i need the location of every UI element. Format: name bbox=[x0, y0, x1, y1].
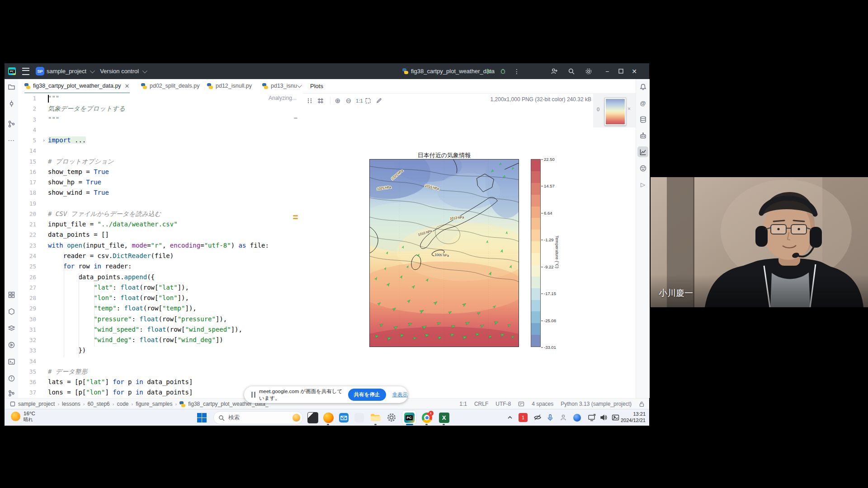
tab-pd02[interactable]: pd02_split_deals.py bbox=[141, 79, 200, 93]
code-line[interactable]: 23with open(input_file, mode="r", encodi… bbox=[18, 240, 303, 251]
tray-chevron-up[interactable] bbox=[505, 412, 515, 423]
code-line[interactable]: 32 "wind_deg": float(row["wind_deg"]) bbox=[18, 335, 303, 345]
start-button[interactable] bbox=[196, 412, 207, 423]
breadcrumb-item[interactable]: 60_step6 bbox=[87, 401, 109, 407]
python-interpreter[interactable]: Python 3.13 (sample_project) bbox=[561, 401, 632, 407]
taskbar-chrome[interactable]: k bbox=[421, 412, 432, 423]
commit-tool-icon[interactable] bbox=[6, 98, 17, 109]
code-with-me-button[interactable] bbox=[551, 68, 558, 75]
hide-banner-link[interactable]: 非表示 bbox=[392, 391, 408, 398]
line-ending[interactable]: CRLF bbox=[474, 401, 488, 407]
breadcrumb-item[interactable]: lessons bbox=[62, 401, 80, 407]
structure-tool-icon[interactable] bbox=[6, 118, 17, 129]
tray-cast-display[interactable] bbox=[586, 412, 597, 423]
tab-pd13[interactable]: pd13_isnu bbox=[262, 79, 297, 93]
plot-thumbnail[interactable] bbox=[604, 98, 626, 126]
scrollbar-mark[interactable] bbox=[294, 117, 297, 119]
code-line[interactable]: 21input_file = "../data/weather.csv" bbox=[18, 219, 303, 230]
project-tool-icon[interactable] bbox=[6, 81, 17, 92]
unlock-icon[interactable] bbox=[639, 401, 645, 407]
edit-pencil-icon[interactable] bbox=[376, 98, 387, 104]
code-line[interactable]: 14 bbox=[18, 145, 303, 156]
problems-tool-icon[interactable] bbox=[6, 373, 17, 384]
code-line[interactable]: 28 "lon": float(row["lon"]), bbox=[18, 293, 303, 303]
code-line[interactable]: 27 "lat": float(row["lat"]), bbox=[18, 282, 303, 293]
code-line[interactable]: 29 "temp": float(row["temp"]), bbox=[18, 303, 303, 314]
taskbar-weather-widget[interactable]: 16°C 晴れ bbox=[11, 411, 35, 422]
taskbar-search[interactable]: 検索 bbox=[213, 411, 303, 424]
build-tool-icon[interactable] bbox=[6, 289, 17, 300]
plots-panel-header[interactable]: Plots bbox=[303, 79, 636, 94]
breadcrumb-item[interactable]: figure_samples bbox=[136, 401, 172, 407]
run-button[interactable] bbox=[486, 68, 492, 75]
breadcrumb-item[interactable]: code bbox=[117, 401, 128, 407]
code-line[interactable]: 2気象データをプロットする bbox=[18, 103, 303, 114]
version-control-menu[interactable]: Version control bbox=[100, 68, 146, 75]
ai-chat-robot-icon[interactable] bbox=[637, 130, 648, 141]
zoom-actual-size-button[interactable]: 1:1 bbox=[354, 98, 365, 103]
code-line[interactable]: 22data_points = [] bbox=[18, 230, 303, 240]
code-line[interactable]: 24 reader = csv.DictReader(file) bbox=[18, 251, 303, 261]
run-tool-icon[interactable] bbox=[6, 339, 17, 350]
database-icon[interactable] bbox=[637, 114, 648, 125]
code-line[interactable]: 34 bbox=[18, 356, 303, 366]
more-actions-button[interactable]: ⋮ bbox=[514, 68, 520, 75]
indent-size[interactable]: 4 spaces bbox=[532, 401, 553, 407]
tray-photos[interactable] bbox=[610, 412, 621, 423]
thumbnail-close-icon[interactable]: × bbox=[627, 106, 631, 112]
search-everywhere-button[interactable] bbox=[568, 68, 575, 75]
tray-copilot[interactable] bbox=[571, 412, 582, 423]
scrollbar-change-mark[interactable] bbox=[293, 215, 298, 216]
vcs-tool-icon[interactable] bbox=[6, 388, 17, 399]
terminal-tool-icon[interactable] bbox=[6, 356, 17, 367]
close-tab-icon[interactable]: ✕ bbox=[125, 83, 130, 89]
code-line[interactable]: 18show_wind = True bbox=[18, 188, 303, 198]
run-anything-icon[interactable]: ▷ bbox=[637, 179, 648, 190]
notifications-bell-icon[interactable] bbox=[637, 81, 648, 92]
plots-tool-icon[interactable] bbox=[637, 146, 648, 157]
code-line[interactable]: 25 for row in reader: bbox=[18, 261, 303, 272]
code-line[interactable]: 19 bbox=[18, 198, 303, 209]
close-button[interactable]: ✕ bbox=[627, 63, 641, 79]
python-packages-tool-icon[interactable] bbox=[6, 323, 17, 333]
scrollbar-change-mark[interactable] bbox=[293, 218, 298, 219]
tray-calendar-badge[interactable]: 1 bbox=[518, 412, 528, 423]
crop-frame-icon[interactable] bbox=[317, 98, 328, 104]
assistant-face-icon[interactable] bbox=[637, 163, 648, 174]
breadcrumb[interactable]: sample_project›lessons›60_step6›code›fig… bbox=[10, 401, 269, 407]
code-line[interactable]: 1""" bbox=[18, 93, 303, 103]
code-line[interactable]: 35# データ整形 bbox=[18, 366, 303, 377]
code-line[interactable]: 33 }) bbox=[18, 345, 303, 356]
code-line[interactable]: 16show_temp = True bbox=[18, 167, 303, 177]
code-line[interactable]: 36lats = [p["lat"] for p in data_points] bbox=[18, 377, 303, 387]
hidden-tabs-chevron-icon[interactable] bbox=[297, 83, 302, 88]
taskbar-excel[interactable]: X bbox=[439, 412, 449, 423]
code-line[interactable]: 4 bbox=[18, 125, 303, 135]
caret-position[interactable]: 1:1 bbox=[459, 401, 467, 407]
code-line[interactable]: 3""" bbox=[18, 114, 303, 125]
taskbar-settings[interactable] bbox=[386, 412, 397, 423]
taskbar-app-dark[interactable] bbox=[307, 412, 318, 423]
tray-speaker[interactable] bbox=[598, 412, 609, 423]
settings-button[interactable] bbox=[585, 68, 592, 75]
fit-to-view-icon[interactable] bbox=[365, 98, 376, 104]
code-line[interactable]: 31 "wind_speed": float(row["wind_speed"]… bbox=[18, 324, 303, 335]
code-editor[interactable]: 1"""2気象データをプロットする3"""45›import ...1415# … bbox=[18, 93, 303, 398]
project-selector[interactable]: SP sample_project bbox=[36, 67, 94, 75]
breadcrumb-item[interactable]: sample_project bbox=[18, 401, 55, 407]
debug-button[interactable] bbox=[500, 68, 506, 75]
stop-sharing-button[interactable]: 共有を停止 bbox=[348, 389, 386, 401]
taskbar-clock[interactable]: 13:21 2024/12/21 bbox=[621, 411, 646, 424]
taskbar-explorer[interactable] bbox=[370, 412, 381, 423]
taskbar-store[interactable] bbox=[354, 412, 364, 423]
code-line[interactable]: 5›import ... bbox=[18, 135, 303, 145]
code-line[interactable]: 20# CSV ファイルからデータを読み込む bbox=[18, 209, 303, 219]
zoom-in-icon[interactable]: ⊕ bbox=[332, 97, 343, 105]
maximize-button[interactable] bbox=[614, 63, 627, 79]
code-line[interactable]: 17show_hp = True bbox=[18, 177, 303, 188]
code-line[interactable]: 26 data_points.append({ bbox=[18, 272, 303, 282]
services-tool-icon[interactable] bbox=[6, 306, 17, 317]
code-line[interactable]: 15# プロットオプション bbox=[18, 156, 303, 167]
more-tools-icon[interactable]: ⋯ bbox=[6, 135, 17, 146]
tray-person[interactable] bbox=[558, 412, 569, 423]
